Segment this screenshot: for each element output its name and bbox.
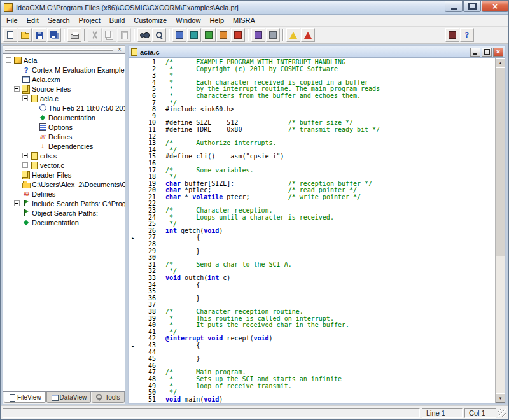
rebuild-all-button[interactable] [216, 28, 230, 42]
code-line[interactable]: 36 } [129, 295, 495, 302]
print-button[interactable] [67, 28, 81, 42]
maximize-button[interactable] [463, 1, 481, 12]
code-line[interactable]: 4 * Each character received is copied in… [129, 80, 495, 87]
tree-item-options[interactable]: Options [4, 122, 125, 132]
code-line[interactable]: 41 */ [129, 329, 495, 336]
code-line[interactable]: 28 [129, 241, 495, 248]
editor-vertical-scrollbar[interactable] [495, 58, 505, 403]
code-line[interactable]: 51void main(void) [129, 396, 495, 403]
stop-build-button[interactable] [231, 28, 245, 42]
code-line[interactable]: 48 * Sets up the SCI and starts an infin… [129, 376, 495, 383]
code-line[interactable]: 1/* EXAMPLE PROGRAM WITH INTERRUPT HANDL… [129, 59, 495, 66]
minimize-button[interactable] [445, 1, 463, 12]
tree-item-defines[interactable]: Defines [4, 132, 125, 141]
tree-item-acia[interactable]: Acia [4, 55, 125, 65]
expander-plus-icon[interactable] [14, 200, 20, 206]
expander-minus-icon[interactable] [14, 86, 20, 92]
code-line[interactable]: 27 { [129, 234, 495, 241]
code-line[interactable]: 22 [129, 200, 495, 207]
code-line[interactable]: 17/* Some variables. [129, 167, 495, 174]
code-line[interactable]: 8#include <iok60.h> [129, 106, 495, 113]
code-line[interactable]: 33void outch(int c) [129, 275, 495, 282]
copy-button[interactable] [102, 28, 116, 42]
tree-item-thu-feb-21-18-07-50-2013[interactable]: Thu Feb 21 18:07:50 2013 [4, 103, 125, 113]
find-button[interactable] [137, 28, 151, 42]
code-line[interactable]: 11#define TDRE 0x80 /* transmit ready bi… [129, 127, 495, 134]
tab-tools[interactable]: Tools [92, 392, 124, 403]
tab-dataview[interactable]: DataView [46, 392, 92, 403]
code-line[interactable]: 9 [129, 113, 495, 120]
misra-check-button[interactable] [445, 28, 459, 42]
editor-close-button[interactable] [493, 48, 503, 57]
code-line[interactable]: 47/* Main program. [129, 369, 495, 376]
code-area[interactable]: 1/* EXAMPLE PROGRAM WITH INTERRUPT HANDL… [129, 58, 495, 403]
tree-item-source-files[interactable]: Source Files [4, 84, 125, 94]
code-line[interactable]: 21char * volatile ptecr; /* write pointe… [129, 194, 495, 201]
scroll-up-button[interactable] [496, 58, 505, 67]
resize-grip[interactable] [498, 409, 506, 417]
flash-programmer-button[interactable] [266, 28, 280, 42]
code-line[interactable]: 42@interrupt void recept(void) [129, 335, 495, 342]
code-line[interactable]: 39 * This routine is called on interrupt… [129, 316, 495, 323]
editor-title-bar[interactable]: acia.c [129, 46, 505, 58]
menu-file[interactable]: File [2, 15, 22, 26]
expander-minus-icon[interactable] [6, 57, 11, 63]
compile-file-button[interactable] [172, 28, 186, 42]
scroll-down-button[interactable] [496, 393, 505, 403]
menu-help[interactable]: Help [205, 15, 228, 26]
code-line[interactable]: 44 [129, 349, 495, 356]
panel-drag-handle[interactable] [5, 49, 113, 51]
cut-button[interactable] [88, 28, 102, 42]
code-line[interactable]: 12 [129, 134, 495, 141]
code-line[interactable]: 23/* Character reception. [129, 207, 495, 214]
find-in-files-button[interactable] [152, 28, 166, 42]
code-line[interactable]: 30 [129, 255, 495, 262]
code-line[interactable]: 15#define cli() _asm("cpsie i") [129, 153, 495, 160]
tree-item-crts-s[interactable]: crts.s [4, 151, 125, 160]
tree-item-dependencies[interactable]: Dependencies [4, 141, 125, 151]
code-line[interactable]: 3 * [129, 73, 495, 80]
code-line[interactable]: 25 */ [129, 221, 495, 228]
menu-search[interactable]: Search [43, 15, 74, 26]
code-line[interactable]: 50 */ [129, 389, 495, 396]
code-line[interactable]: 43 { [129, 342, 495, 349]
panel-close-button[interactable]: × [116, 46, 123, 53]
menu-misra[interactable]: MISRA [228, 15, 260, 26]
tab-fileview[interactable]: FileView [4, 392, 46, 403]
code-line[interactable]: 29 } [129, 248, 495, 255]
tree-item-cortex-m-evaluation-example[interactable]: Cortex-M Evaluation Example [4, 65, 125, 74]
code-line[interactable]: 46 [129, 363, 495, 370]
menu-window[interactable]: Window [171, 15, 205, 26]
errors-button[interactable] [301, 28, 315, 42]
tree-item-include-search-paths-c-program-f[interactable]: Include Search Paths: C:\Program F [4, 199, 125, 208]
debug-button[interactable] [251, 28, 265, 42]
editor-minimize-button[interactable] [470, 48, 480, 57]
tree-item-vector-c[interactable]: vector.c [4, 160, 125, 170]
save-all-button[interactable] [47, 28, 61, 42]
tree-item-acia-cxm[interactable]: Acia.cxm [4, 74, 125, 84]
code-line[interactable]: 49 * loop of receive transmit. [129, 383, 495, 390]
code-line[interactable]: 24 * Loops until a character is received… [129, 214, 495, 221]
warnings-button[interactable] [286, 28, 300, 42]
code-line[interactable]: 34 { [129, 282, 495, 289]
tree-item-documentation[interactable]: Documentation [4, 113, 125, 122]
code-line[interactable]: 7 */ [129, 100, 495, 107]
code-line[interactable]: 2 * Copyright (c) 2011 by COSMIC Softwar… [129, 66, 495, 73]
menu-customize[interactable]: Customize [129, 15, 171, 26]
code-line[interactable]: 19char buffer[SIZE]; /* reception buffer… [129, 181, 495, 188]
tree-item-defines[interactable]: Defines [4, 189, 125, 199]
expander-plus-icon[interactable] [22, 162, 28, 168]
tree-item-c-users-alex-2-documents-cosm[interactable]: C:\Users\Alex_2\Documents\COSM [4, 179, 125, 189]
close-button[interactable] [482, 1, 508, 12]
scrollbar-thumb[interactable] [496, 67, 505, 256]
code-line[interactable]: 26int getch(void) [129, 228, 495, 235]
code-line[interactable]: 20char *ptlec; /* read pointer */ [129, 187, 495, 194]
code-line[interactable]: 16 [129, 160, 495, 167]
code-line[interactable]: 14 */ [129, 147, 495, 154]
code-line[interactable]: 45 } [129, 356, 495, 363]
code-line[interactable]: 10#define SIZE 512 /* buffer size */ [129, 120, 495, 127]
code-line[interactable]: 37 [129, 302, 495, 309]
open-file-button[interactable] [18, 28, 32, 42]
scrollbar-track[interactable] [496, 67, 505, 393]
assemble-file-button[interactable] [187, 28, 201, 42]
